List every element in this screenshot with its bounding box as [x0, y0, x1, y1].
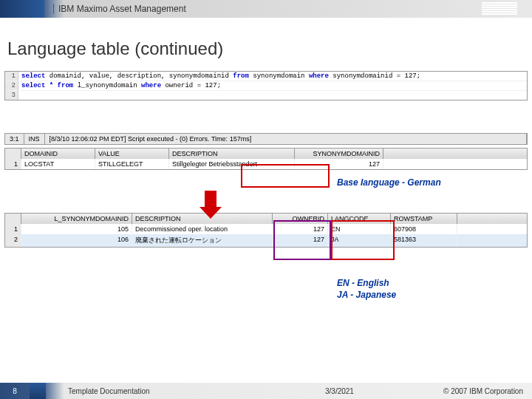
- status-bar: 3:1 INS [8/3/10 12:06:02 PM EDT] Script …: [4, 133, 528, 145]
- arrow-icon: [200, 191, 222, 220]
- line-number: 1: [5, 72, 18, 81]
- line-number: 3: [5, 91, 18, 100]
- result-grid-1: DOMAINID VALUE DESCRIPTION SYNONYMDOMAIN…: [4, 148, 528, 170]
- cell: 607908: [391, 224, 457, 234]
- cell: 127: [273, 224, 328, 234]
- col-header: LANGCODE: [328, 214, 391, 224]
- page-number: 8: [0, 387, 30, 395]
- content-area: 1 select domainid, value, description, s…: [0, 71, 532, 248]
- cell: 581363: [391, 234, 457, 247]
- cell: STILLGELEGT: [95, 159, 169, 169]
- col-header: SYNONYMDOMAINID: [295, 149, 383, 159]
- cell: JA: [328, 234, 391, 247]
- status-mode: INS: [24, 134, 45, 144]
- col-header: DOMAINID: [21, 149, 95, 159]
- callout-base-language: Base language - German: [337, 177, 441, 188]
- sql-line: 2 select * from l_synonymdomain where ow…: [5, 81, 527, 91]
- footer-bar: 8 Template Documentation 3/3/2021 © 2007…: [0, 383, 532, 399]
- cell: LOCSTAT: [21, 159, 95, 169]
- footer-copyright: © 2007 IBM Corporation: [429, 387, 532, 395]
- cell: 127: [273, 234, 328, 247]
- callout-ja: JA - Japanese: [337, 290, 396, 300]
- status-message: [8/3/10 12:06:02 PM EDT] Script executed…: [45, 134, 527, 144]
- table-row: 1 105 Decommissioned oper. location 127 …: [5, 224, 527, 234]
- cell: Decommissioned oper. location: [132, 224, 273, 234]
- cell: 106: [21, 234, 132, 247]
- cell: 105: [21, 224, 132, 234]
- grid-header: L_SYNONYMDOMAINID DESCRIPTION OWNERID LA…: [5, 214, 527, 224]
- col-header: VALUE: [95, 149, 169, 159]
- footer-doc: Template Documentation: [46, 387, 325, 395]
- footer-accent: [30, 383, 46, 399]
- row-corner: [5, 149, 21, 159]
- header-accent: [0, 0, 44, 18]
- header-bar: IBM Maximo Asset Management: [0, 0, 532, 18]
- page-title: Language table (continued): [0, 18, 532, 71]
- col-header: L_SYNONYMDOMAINID: [21, 214, 132, 224]
- row-number: 2: [5, 234, 21, 247]
- cell: EN: [328, 224, 391, 234]
- row-number: 1: [5, 224, 21, 234]
- result-grid-2: L_SYNONYMDOMAINID DESCRIPTION OWNERID LA…: [4, 213, 528, 248]
- table-row: 1 LOCSTAT STILLGELEGT Stillgelegter Betr…: [5, 159, 527, 169]
- callout-en: EN - English: [337, 278, 389, 288]
- col-header: OWNERID: [273, 214, 328, 224]
- sql-line: 3: [5, 91, 527, 100]
- cell: Stillgelegter Betriebsstandort: [169, 159, 295, 169]
- row-number: 1: [5, 159, 21, 169]
- product-title: IBM Maximo Asset Management: [53, 4, 186, 14]
- sql-text: select domainid, value, description, syn…: [18, 72, 423, 81]
- table-row: 2 106 廃棄された運転ロケーション 127 JA 581363: [5, 234, 527, 247]
- row-corner: [5, 214, 21, 224]
- footer-date: 3/3/2021: [325, 387, 429, 395]
- sql-text: [18, 91, 28, 100]
- col-header: DESCRIPTION: [169, 149, 295, 159]
- sql-editor: 1 select domainid, value, description, s…: [4, 71, 528, 100]
- line-number: 2: [5, 81, 18, 90]
- sql-line: 1 select domainid, value, description, s…: [5, 72, 527, 81]
- cell: 127: [295, 159, 383, 169]
- cell: 廃棄された運転ロケーション: [132, 234, 273, 247]
- col-header: ROWSTAMP: [391, 214, 457, 224]
- ibm-logo: [482, 2, 517, 16]
- sql-text: select * from l_synonymdomain where owne…: [18, 81, 224, 90]
- status-pos: 3:1: [5, 134, 24, 144]
- grid-header: DOMAINID VALUE DESCRIPTION SYNONYMDOMAIN…: [5, 149, 527, 159]
